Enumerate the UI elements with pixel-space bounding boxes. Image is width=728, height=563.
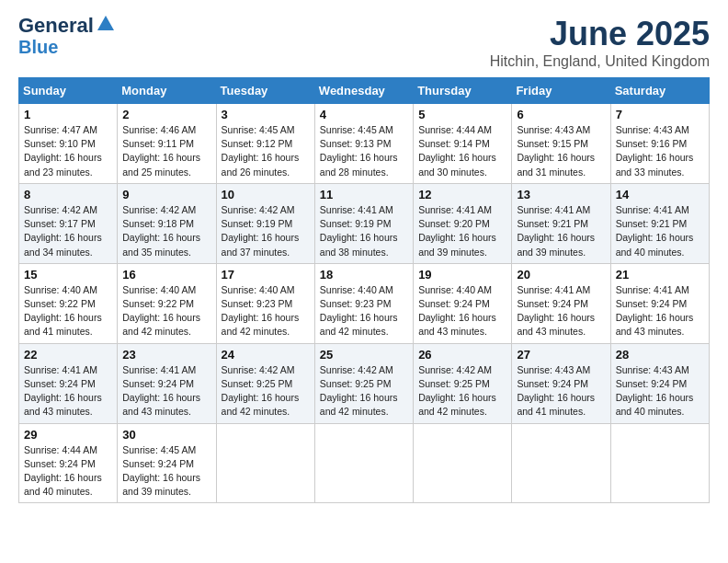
day-info: Sunrise: 4:45 AMSunset: 9:24 PMDaylight:… xyxy=(122,443,210,500)
day-cell-3: 3Sunrise: 4:45 AMSunset: 9:12 PMDaylight… xyxy=(216,104,314,184)
day-number: 28 xyxy=(616,348,704,362)
empty-cell xyxy=(414,423,512,503)
day-info: Sunrise: 4:40 AMSunset: 9:24 PMDaylight:… xyxy=(418,283,506,339)
header: General Blue June 2025 Hitchin, England,… xyxy=(18,15,710,70)
day-number: 11 xyxy=(320,188,408,201)
day-cell-25: 25Sunrise: 4:42 AMSunset: 9:25 PMDayligh… xyxy=(314,343,413,423)
day-number: 29 xyxy=(24,428,112,442)
day-info: Sunrise: 4:43 AMSunset: 9:15 PMDaylight:… xyxy=(517,123,605,179)
day-cell-28: 28Sunrise: 4:43 AMSunset: 9:24 PMDayligh… xyxy=(610,343,709,423)
day-number: 16 xyxy=(122,268,210,282)
month-title: June 2025 xyxy=(490,15,710,53)
day-cell-6: 6Sunrise: 4:43 AMSunset: 9:15 PMDaylight… xyxy=(512,104,610,184)
day-cell-2: 2Sunrise: 4:46 AMSunset: 9:11 PMDaylight… xyxy=(118,104,216,184)
day-cell-7: 7Sunrise: 4:43 AMSunset: 9:16 PMDaylight… xyxy=(610,104,709,184)
day-cell-9: 9Sunrise: 4:42 AMSunset: 9:18 PMDaylight… xyxy=(118,183,216,263)
day-header-wednesday: Wednesday xyxy=(314,78,413,104)
logo-general: General xyxy=(18,15,94,37)
day-number: 1 xyxy=(24,108,112,121)
day-cell-10: 10Sunrise: 4:42 AMSunset: 9:19 PMDayligh… xyxy=(216,183,314,263)
week-row-3: 15Sunrise: 4:40 AMSunset: 9:22 PMDayligh… xyxy=(19,263,710,343)
day-info: Sunrise: 4:46 AMSunset: 9:11 PMDaylight:… xyxy=(122,123,210,179)
day-info: Sunrise: 4:41 AMSunset: 9:19 PMDaylight:… xyxy=(320,203,408,259)
day-info: Sunrise: 4:45 AMSunset: 9:13 PMDaylight:… xyxy=(320,123,408,179)
day-number: 13 xyxy=(517,188,605,201)
day-number: 14 xyxy=(616,188,704,201)
day-number: 2 xyxy=(122,108,210,121)
day-number: 30 xyxy=(122,428,210,442)
day-info: Sunrise: 4:42 AMSunset: 9:25 PMDaylight:… xyxy=(320,363,408,419)
day-number: 25 xyxy=(320,348,408,362)
day-cell-14: 14Sunrise: 4:41 AMSunset: 9:21 PMDayligh… xyxy=(610,183,709,263)
day-info: Sunrise: 4:44 AMSunset: 9:24 PMDaylight:… xyxy=(24,443,112,500)
day-info: Sunrise: 4:43 AMSunset: 9:24 PMDaylight:… xyxy=(616,363,704,419)
day-info: Sunrise: 4:41 AMSunset: 9:24 PMDaylight:… xyxy=(122,363,210,419)
day-number: 4 xyxy=(320,108,408,121)
day-cell-29: 29Sunrise: 4:44 AMSunset: 9:24 PMDayligh… xyxy=(19,423,118,503)
day-number: 22 xyxy=(24,348,112,362)
location: Hitchin, England, United Kingdom xyxy=(490,53,710,70)
week-row-2: 8Sunrise: 4:42 AMSunset: 9:17 PMDaylight… xyxy=(19,183,710,263)
empty-cell xyxy=(512,423,610,503)
day-number: 3 xyxy=(222,108,310,121)
day-info: Sunrise: 4:42 AMSunset: 9:25 PMDaylight:… xyxy=(222,363,310,419)
day-cell-24: 24Sunrise: 4:42 AMSunset: 9:25 PMDayligh… xyxy=(216,343,314,423)
day-info: Sunrise: 4:47 AMSunset: 9:10 PMDaylight:… xyxy=(24,123,112,179)
day-cell-20: 20Sunrise: 4:41 AMSunset: 9:24 PMDayligh… xyxy=(512,263,610,343)
day-info: Sunrise: 4:41 AMSunset: 9:24 PMDaylight:… xyxy=(517,283,605,339)
day-info: Sunrise: 4:40 AMSunset: 9:22 PMDaylight:… xyxy=(24,283,112,339)
day-header-row: SundayMondayTuesdayWednesdayThursdayFrid… xyxy=(19,78,710,104)
day-header-tuesday: Tuesday xyxy=(216,78,314,104)
day-cell-16: 16Sunrise: 4:40 AMSunset: 9:22 PMDayligh… xyxy=(118,263,216,343)
day-cell-26: 26Sunrise: 4:42 AMSunset: 9:25 PMDayligh… xyxy=(414,343,512,423)
day-info: Sunrise: 4:40 AMSunset: 9:22 PMDaylight:… xyxy=(122,283,210,339)
day-cell-19: 19Sunrise: 4:40 AMSunset: 9:24 PMDayligh… xyxy=(414,263,512,343)
day-number: 18 xyxy=(320,268,408,282)
title-block: June 2025 Hitchin, England, United Kingd… xyxy=(490,15,710,70)
svg-marker-0 xyxy=(97,16,114,30)
day-number: 17 xyxy=(222,268,310,282)
day-info: Sunrise: 4:44 AMSunset: 9:14 PMDaylight:… xyxy=(418,123,506,179)
day-info: Sunrise: 4:41 AMSunset: 9:20 PMDaylight:… xyxy=(418,203,506,259)
day-info: Sunrise: 4:40 AMSunset: 9:23 PMDaylight:… xyxy=(222,283,310,339)
logo-icon xyxy=(96,14,116,34)
day-cell-13: 13Sunrise: 4:41 AMSunset: 9:21 PMDayligh… xyxy=(512,183,610,263)
day-cell-21: 21Sunrise: 4:41 AMSunset: 9:24 PMDayligh… xyxy=(610,263,709,343)
day-cell-8: 8Sunrise: 4:42 AMSunset: 9:17 PMDaylight… xyxy=(19,183,118,263)
day-info: Sunrise: 4:41 AMSunset: 9:21 PMDaylight:… xyxy=(517,203,605,259)
day-header-sunday: Sunday xyxy=(19,78,118,104)
day-number: 27 xyxy=(517,348,605,362)
empty-cell xyxy=(314,423,413,503)
empty-cell xyxy=(610,423,709,503)
day-number: 9 xyxy=(122,188,210,201)
day-cell-22: 22Sunrise: 4:41 AMSunset: 9:24 PMDayligh… xyxy=(19,343,118,423)
logo: General Blue xyxy=(18,15,116,57)
day-number: 21 xyxy=(616,268,704,282)
logo-blue: Blue xyxy=(18,37,58,57)
day-cell-15: 15Sunrise: 4:40 AMSunset: 9:22 PMDayligh… xyxy=(19,263,118,343)
empty-cell xyxy=(216,423,314,503)
day-header-saturday: Saturday xyxy=(610,78,709,104)
day-cell-27: 27Sunrise: 4:43 AMSunset: 9:24 PMDayligh… xyxy=(512,343,610,423)
day-number: 5 xyxy=(418,108,506,121)
day-cell-4: 4Sunrise: 4:45 AMSunset: 9:13 PMDaylight… xyxy=(314,104,413,184)
day-number: 26 xyxy=(418,348,506,362)
day-cell-11: 11Sunrise: 4:41 AMSunset: 9:19 PMDayligh… xyxy=(314,183,413,263)
day-info: Sunrise: 4:41 AMSunset: 9:24 PMDaylight:… xyxy=(24,363,112,419)
day-cell-17: 17Sunrise: 4:40 AMSunset: 9:23 PMDayligh… xyxy=(216,263,314,343)
week-row-1: 1Sunrise: 4:47 AMSunset: 9:10 PMDaylight… xyxy=(19,104,710,184)
day-cell-30: 30Sunrise: 4:45 AMSunset: 9:24 PMDayligh… xyxy=(118,423,216,503)
day-number: 15 xyxy=(24,268,112,282)
day-info: Sunrise: 4:42 AMSunset: 9:19 PMDaylight:… xyxy=(222,203,310,259)
day-cell-23: 23Sunrise: 4:41 AMSunset: 9:24 PMDayligh… xyxy=(118,343,216,423)
day-number: 8 xyxy=(24,188,112,201)
day-info: Sunrise: 4:43 AMSunset: 9:24 PMDaylight:… xyxy=(517,363,605,419)
day-number: 23 xyxy=(122,348,210,362)
day-number: 20 xyxy=(517,268,605,282)
day-cell-5: 5Sunrise: 4:44 AMSunset: 9:14 PMDaylight… xyxy=(414,104,512,184)
day-info: Sunrise: 4:41 AMSunset: 9:21 PMDaylight:… xyxy=(616,203,704,259)
day-number: 24 xyxy=(222,348,310,362)
day-info: Sunrise: 4:43 AMSunset: 9:16 PMDaylight:… xyxy=(616,123,704,179)
day-info: Sunrise: 4:42 AMSunset: 9:25 PMDaylight:… xyxy=(418,363,506,419)
day-cell-1: 1Sunrise: 4:47 AMSunset: 9:10 PMDaylight… xyxy=(19,104,118,184)
